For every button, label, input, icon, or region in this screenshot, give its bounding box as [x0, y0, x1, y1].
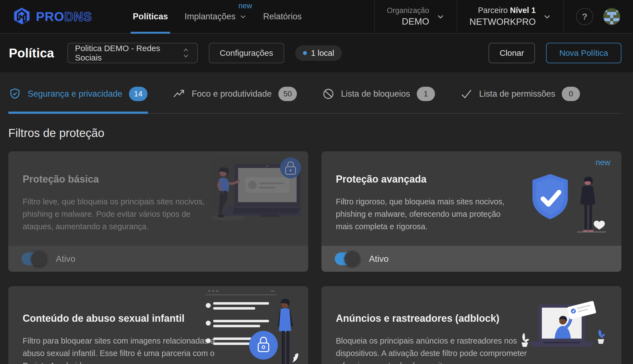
check-icon [460, 88, 473, 100]
card-body: new Proteção avançada Filtro rigoroso, q… [321, 151, 621, 246]
toggle-thumb [31, 251, 47, 267]
shield-check-icon [9, 88, 21, 100]
policy-select[interactable]: Politica DEMO - Redes Sociais [67, 43, 198, 63]
card-body: Conteúdo de abuso sexual infantil Filtro… [8, 286, 308, 364]
help-button[interactable]: ? [576, 8, 593, 25]
chevron-down-icon [436, 12, 445, 21]
nav-item-label: Implantações [184, 12, 235, 22]
tab-lista-de-permissoes[interactable]: Lista de permissões 0 [460, 87, 581, 113]
card-anuncios-rastreadores: Anúncios e rastreadores (adblock) Bloque… [321, 286, 621, 364]
app-root: PRODNS Políticas new Implantações Relató… [0, 0, 633, 364]
tab-count-badge: 50 [278, 87, 297, 101]
organization-selector[interactable]: Organização DEMO [374, 0, 457, 33]
tab-label: Foco e produtividade [192, 89, 272, 99]
nav-item-label: Políticas [133, 12, 168, 22]
card-title: Conteúdo de abuso sexual infantil [23, 313, 282, 324]
brand-dns: DNS [64, 9, 92, 24]
page-title: Política [9, 46, 54, 60]
topbar: PRODNS Políticas new Implantações Relató… [0, 0, 633, 34]
tab-count-badge: 0 [562, 87, 580, 101]
clone-button[interactable]: Clonar [489, 43, 535, 63]
tab-label: Lista de permissões [479, 89, 555, 99]
brand-logo[interactable]: PRODNS [12, 0, 92, 33]
card-body: Anúncios e rastreadores (adblock) Bloque… [321, 286, 621, 364]
brand-wordmark: PRODNS [36, 9, 92, 24]
partner-prefix: Parceiro [478, 6, 510, 15]
locations-badge-label: 1 local [311, 49, 334, 58]
location-dot-icon [303, 51, 307, 55]
trending-up-icon [173, 88, 185, 100]
avatar[interactable] [603, 7, 621, 26]
partner-value: NETWORKPRO [470, 16, 536, 28]
tab-foco-e-produtividade[interactable]: Foco e produtividade 50 [172, 87, 297, 113]
card-abuso-sexual-infantil: Conteúdo de abuso sexual infantil Filtro… [8, 286, 308, 364]
topbar-actions: ? [563, 0, 633, 33]
logo-cube-icon [12, 6, 31, 27]
card-footer: Ativo [321, 246, 621, 272]
toggle-status-label: Ativo [56, 254, 75, 264]
partner-level: Nível 1 [510, 6, 536, 15]
main-nav: Políticas new Implantações Relatórios [125, 0, 310, 33]
block-icon [322, 88, 334, 100]
nav-item-relatorios[interactable]: Relatórios [255, 0, 310, 33]
tab-seguranca-e-privacidade[interactable]: Segurança e privacidade 14 [8, 87, 148, 113]
identicon-icon [604, 9, 619, 24]
organization-texts: Organização DEMO [387, 6, 429, 28]
tab-label: Lista de bloqueios [341, 89, 410, 99]
card-title: Anúncios e rastreadores (adblock) [336, 313, 595, 324]
protecao-avancada-toggle[interactable] [335, 252, 358, 265]
locations-badge[interactable]: 1 local [295, 45, 342, 61]
card-description: Bloqueia os principais anúncios e rastre… [336, 335, 532, 364]
partner-title: Parceiro Nível 1 [470, 5, 536, 16]
tabs-bar: Segurança e privacidade 14 Foco e produt… [8, 72, 621, 114]
topbar-right: Organização DEMO Parceiro Nível 1 NETWOR… [374, 0, 633, 33]
nav-item-label: Relatórios [263, 12, 302, 22]
policy-bar: Política Politica DEMO - Redes Sociais C… [0, 34, 633, 72]
select-arrows-icon [182, 48, 190, 58]
nav-item-politicas[interactable]: Políticas [125, 0, 176, 33]
protecao-basica-toggle[interactable] [22, 252, 45, 265]
toggle-status-label: Ativo [369, 254, 389, 264]
new-policy-button[interactable]: Nova Política [546, 43, 621, 63]
partner-texts: Parceiro Nível 1 NETWORKPRO [470, 5, 536, 28]
chevron-down-icon [239, 13, 247, 20]
brand-pro: PRO [36, 9, 64, 24]
settings-button[interactable]: Configurações [209, 43, 284, 63]
nav-item-implantacoes[interactable]: new Implantações [176, 0, 255, 33]
card-description: Filtro para bloquear sites com imagens r… [23, 335, 227, 364]
tab-label: Segurança e privacidade [28, 89, 122, 99]
card-protecao-basica: Proteção básica Filtro leve, que bloquei… [8, 151, 308, 272]
partner-selector[interactable]: Parceiro Nível 1 NETWORKPRO [457, 0, 563, 33]
tab-count-badge: 14 [129, 87, 147, 101]
toggle-thumb [344, 251, 360, 267]
card-title: Proteção avançada [336, 173, 595, 185]
card-body: Proteção básica Filtro leve, que bloquei… [8, 151, 308, 246]
tab-count-badge: 1 [417, 87, 435, 101]
tab-lista-de-bloqueios[interactable]: Lista de bloqueios 1 [322, 87, 436, 113]
organization-label: Organização [387, 6, 429, 15]
card-description: Filtro leve, que bloqueia os principais … [23, 196, 216, 233]
card-description: Filtro rigoroso, que bloqueia mais sites… [336, 196, 513, 233]
policy-select-value: Politica DEMO - Redes Sociais [75, 44, 182, 62]
card-protecao-avancada: new Proteção avançada Filtro rigoroso, q… [321, 151, 621, 272]
main-content: Segurança e privacidade 14 Foco e produt… [0, 72, 633, 364]
organization-value: DEMO [387, 15, 429, 28]
new-badge: new [238, 2, 252, 10]
card-title: Proteção básica [23, 173, 282, 185]
section-title: Filtros de proteção [8, 126, 621, 140]
card-footer: Ativo [8, 246, 308, 272]
filter-cards-grid: Proteção básica Filtro leve, que bloquei… [8, 151, 621, 364]
chevron-down-icon [543, 12, 551, 21]
new-badge: new [596, 158, 610, 167]
